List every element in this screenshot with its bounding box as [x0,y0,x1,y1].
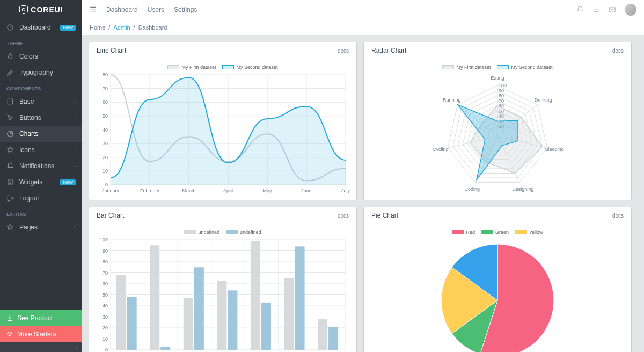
card-title: Pie Chart [371,212,398,219]
docs-link[interactable]: docs [612,213,624,219]
button-label: More Starters [17,331,56,338]
pencil-icon [6,69,14,76]
brand[interactable]: C COREUI [0,0,82,19]
svg-rect-84 [116,275,126,350]
svg-rect-92 [184,298,193,350]
sidebar-item-base[interactable]: Base ‹ [0,94,82,110]
sidebar-label: Charts [19,130,38,138]
badge-new: NEW [60,179,76,185]
sidebar-toggle[interactable]: ☰ [90,5,97,14]
see-product-button[interactable]: See Product [0,310,82,326]
more-starters-button[interactable]: More Starters [0,326,82,342]
svg-text:60: 60 [103,281,108,286]
svg-text:100: 100 [100,237,108,242]
download-icon [6,315,13,321]
legend-item[interactable]: Yellow [515,229,543,235]
star-icon [6,224,14,231]
legend-item[interactable]: Red [452,229,475,235]
svg-text:0: 0 [105,347,108,352]
legend-item[interactable]: My First dataset [442,64,491,70]
legend-item[interactable]: Green [481,229,509,235]
logout-icon [6,195,14,202]
svg-rect-1 [8,99,12,104]
sidebar-item-logout[interactable]: Logout [0,190,82,206]
star-icon [6,146,14,154]
svg-text:90: 90 [499,88,504,94]
svg-rect-97 [228,290,237,350]
sidebar-label: Icons [19,146,35,154]
card-title: Line Chart [97,47,126,54]
sidebar-item-icons[interactable]: Icons ‹ [0,142,82,158]
sidebar-item-notifications[interactable]: Notifications ‹ [0,158,82,174]
svg-text:June: June [301,188,312,193]
breadcrumb-admin[interactable]: Admin [113,24,130,31]
chevron-left-icon: ‹ [74,163,76,169]
svg-text:January: January [102,188,120,193]
bar-chart: 0102030405060708090100JanuaryFebruaryMar… [94,237,351,352]
docs-link[interactable]: docs [338,48,349,54]
svg-text:80: 80 [103,259,108,264]
sidebar-footer: See Product More Starters ‹ [0,310,82,352]
pie-icon [6,130,14,138]
sidebar-item-dashboard[interactable]: Dashboard NEW [0,19,82,35]
svg-text:10: 10 [103,336,108,342]
card-header: Pie Chart docs [364,207,631,224]
sidebar-item-buttons[interactable]: Buttons ‹ [0,110,82,126]
svg-text:40: 40 [103,303,108,308]
legend-item[interactable]: undefined [184,229,219,235]
chevron-left-icon: ‹ [74,99,76,104]
svg-rect-93 [194,267,204,350]
sidebar-label: Colors [19,53,38,60]
sidebar-label: Logout [19,195,39,202]
svg-text:80: 80 [499,93,504,98]
svg-rect-88 [150,245,159,350]
legend-item[interactable]: My First dataset [167,64,216,70]
avatar[interactable] [625,4,636,16]
pie-chart-card: Pie Chart docs Red Green Yellow [363,207,632,352]
svg-text:0: 0 [105,182,108,188]
legend-item[interactable]: undefined [226,229,261,235]
svg-text:Drinking: Drinking [535,97,552,103]
svg-text:30: 30 [103,141,108,146]
logo-icon: C [19,5,28,15]
chevron-left-icon: ‹ [74,115,76,120]
speedometer-icon [6,24,14,31]
sidebar-item-typography[interactable]: Typography [0,64,82,81]
sidebar-section-components: COMPONENTS [0,81,82,94]
svg-rect-100 [251,241,260,350]
legend-item[interactable]: My Second dataset [497,64,552,70]
pie-chart [369,237,626,352]
bell-icon[interactable] [576,6,584,13]
svg-text:90: 90 [103,248,108,254]
docs-link[interactable]: docs [338,213,349,219]
header-link-dashboard[interactable]: Dashboard [106,6,138,13]
calculator-icon [6,178,14,186]
envelope-icon[interactable] [609,6,616,13]
svg-text:Eating: Eating [491,75,504,81]
sidebar-item-charts[interactable]: Charts [0,126,82,142]
sidebar-item-colors[interactable]: Colors [0,48,82,64]
header-link-users[interactable]: Users [148,6,164,13]
header-link-settings[interactable]: Settings [174,6,197,13]
legend-item[interactable]: My Second dataset [222,64,277,70]
bell-icon [6,162,14,170]
sidebar-item-widgets[interactable]: Widgets NEW [0,174,82,190]
puzzle-icon [6,98,14,105]
content: Line Chart docs My First dataset My Seco… [82,35,644,352]
svg-rect-109 [328,327,338,350]
sidebar-label: Typography [19,69,53,76]
svg-text:100: 100 [499,83,507,88]
drop-icon [6,53,14,60]
list-icon[interactable] [592,6,600,13]
chevron-left-icon: ‹ [74,225,76,230]
svg-text:Coding: Coding [464,186,480,192]
svg-text:March: March [182,188,195,193]
svg-text:May: May [262,188,272,193]
sidebar-item-pages[interactable]: Pages ‹ [0,219,82,235]
docs-link[interactable]: docs [612,48,624,54]
svg-text:20: 20 [103,155,108,160]
cursor-icon [6,114,14,121]
sidebar-minimizer[interactable]: ‹ [0,342,82,352]
line-chart-card: Line Chart docs My First dataset My Seco… [89,42,357,200]
breadcrumb-home[interactable]: Home [90,24,105,31]
